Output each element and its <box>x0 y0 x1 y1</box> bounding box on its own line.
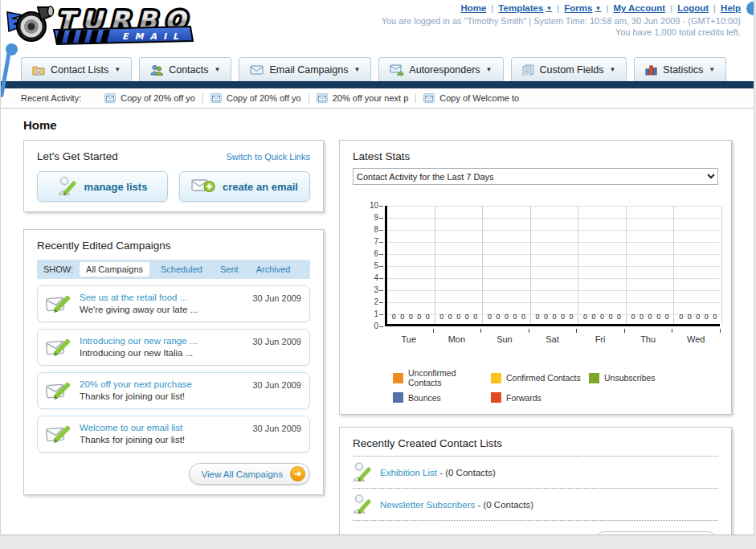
filter-tab-all-campaigns[interactable]: All Campaigns <box>80 262 149 277</box>
campaign-title-link[interactable]: See us at the retail food ... <box>80 292 198 304</box>
tab-statistics[interactable]: Statistics <box>634 57 726 81</box>
chart-value-label: 0 <box>392 313 396 321</box>
filter-tab-archived[interactable]: Archived <box>250 262 297 277</box>
chart-y-tick-mark <box>379 314 383 315</box>
tab-custom-fields[interactable]: Custom Fields <box>511 57 627 81</box>
tab-contact-lists[interactable]: Contact Lists <box>21 57 132 81</box>
chart-y-tick-mark <box>379 230 383 231</box>
campaign-date: 30 Jun 2009 <box>252 377 301 390</box>
chart-value-label: 0 <box>400 313 404 321</box>
recent-activity-text: Copy of 20% off yo <box>227 93 301 103</box>
header-right: Home| Templates| Forms| My Account| Logo… <box>382 3 741 37</box>
see-all-contact-lists-button[interactable]: See All Contact Lists <box>594 531 718 535</box>
campaign-envelope-pencil-icon <box>46 337 72 358</box>
header-link-templates[interactable]: Templates <box>498 3 552 13</box>
statistics-bars-icon <box>645 64 657 76</box>
chart-value-label: 0 <box>665 313 669 321</box>
email-envelope-icon <box>250 65 264 75</box>
header-link-forms[interactable]: Forms <box>564 3 601 13</box>
tab-email-campaigns[interactable]: Email Campaigns <box>239 57 371 81</box>
header-link-logout[interactable]: Logout <box>677 3 709 13</box>
templates-dropdown-arrow-icon <box>546 5 552 12</box>
campaigns-title: Recently Edited Campaigns <box>37 240 310 252</box>
create-email-envelope-plus-icon <box>191 177 215 196</box>
chart-value-label: 0 <box>417 313 421 321</box>
chart-value-label: 0 <box>465 313 469 321</box>
filter-tab-scheduled[interactable]: Scheduled <box>154 262 209 277</box>
chart-y-tick-mark <box>379 290 383 291</box>
stats-period-select[interactable]: Contact Activity for the Last 7 Days <box>353 168 718 185</box>
chart-y-tick-mark <box>379 242 383 243</box>
chart-x-tick-mark <box>624 329 625 333</box>
legend-label: Unconfirmed Contacts <box>408 368 491 387</box>
get-started-panel: Let's Get Started Switch to Quick Links … <box>23 140 324 212</box>
campaign-title-link[interactable]: Welcome to our email list <box>80 422 185 434</box>
legend-swatch <box>491 392 501 403</box>
legend-item: Unsubscribes <box>589 368 718 387</box>
chart-value-labels: 00000 <box>435 313 483 321</box>
contact-list-item: Newsletter Subscribers - (0 Contacts) <box>353 489 718 521</box>
chart-value-labels: 00000 <box>578 313 626 321</box>
legend-swatch <box>589 373 599 383</box>
recent-activity-text: Copy of Welcome to <box>439 93 519 103</box>
chart-value-label: 0 <box>583 313 587 321</box>
chart-value-label: 0 <box>521 313 525 321</box>
chart-day-label: Tue <box>385 334 433 344</box>
chart-value-label: 0 <box>505 313 509 321</box>
recent-activity-item[interactable]: Copy of 20% off yo <box>203 93 309 103</box>
envelope-icon <box>210 93 222 103</box>
campaign-title-link[interactable]: 20% off your next purchase <box>80 379 192 391</box>
recent-activity-item[interactable]: Copy of 20% off yo <box>97 93 203 103</box>
chart-value-label: 0 <box>535 313 539 321</box>
recent-activity-item[interactable]: 20% off your next p <box>309 93 417 103</box>
contact-list-link[interactable]: Newsletter Subscribers <box>380 500 475 510</box>
recent-activity-text: Copy of 20% off yo <box>121 93 195 103</box>
create-email-button[interactable]: create an email <box>179 171 310 202</box>
tab-label: Statistics <box>663 64 703 76</box>
main-nav-tabs: Contact Lists Contacts Email Campaigns <box>1 53 754 81</box>
tab-contacts[interactable]: Contacts <box>139 57 231 81</box>
chart-value-label: 0 <box>409 313 413 321</box>
tab-dropdown-arrow-icon <box>709 66 715 73</box>
campaign-subtitle: Introducing our new Italia ... <box>80 347 197 359</box>
chart-group: 00000 <box>387 206 435 324</box>
chart-value-label: 0 <box>439 313 443 321</box>
chart-value-labels: 00000 <box>483 313 530 321</box>
navy-divider-bar <box>1 81 754 88</box>
legend-label: Unsubscribes <box>604 373 656 383</box>
chart-y-tick-mark <box>379 302 383 303</box>
legend-item: Bounces <box>393 392 491 403</box>
chart-value-label: 0 <box>640 313 644 321</box>
manage-lists-button[interactable]: manage lists <box>37 171 168 202</box>
chart-x-tick-mark <box>480 329 481 333</box>
chart-value-label: 0 <box>496 313 500 321</box>
chart-day-label: Sat <box>529 334 577 344</box>
tab-autoresponders[interactable]: Autoresponders <box>378 57 503 81</box>
link-separator: | <box>491 3 493 13</box>
filter-tab-sent[interactable]: Sent <box>214 262 245 277</box>
chart-y-tick-label: 5 <box>354 261 378 270</box>
switch-to-quick-links[interactable]: Switch to Quick Links <box>226 152 310 162</box>
create-email-label: create an email <box>223 181 298 193</box>
chart-day-label: Mon <box>433 334 481 344</box>
chart-group: 00000 <box>627 206 675 324</box>
campaigns-panel: Recently Edited Campaigns SHOW: All Camp… <box>23 229 324 495</box>
chart-y-tick-label: 9 <box>354 213 378 222</box>
chart-y-tick-label: 2 <box>354 297 378 306</box>
chart-value-label: 0 <box>570 313 574 321</box>
chart-value-label: 0 <box>705 313 709 321</box>
chart-value-label: 0 <box>544 313 548 321</box>
campaign-title-link[interactable]: Introducing our new range ... <box>80 335 197 347</box>
campaign-envelope-pencil-icon <box>46 293 72 315</box>
recent-activity-item[interactable]: Copy of Welcome to <box>416 93 526 103</box>
contact-list-link[interactable]: Exhibition List <box>380 468 437 477</box>
header-link-help[interactable]: Help <box>721 3 741 13</box>
chart-x-tick-mark <box>433 329 434 333</box>
header-link-home[interactable]: Home <box>460 3 486 13</box>
header-link-my-account[interactable]: My Account <box>613 3 665 13</box>
link-separator: | <box>557 3 559 13</box>
legend-label: Confirmed Contacts <box>506 373 581 383</box>
legend-item: Forwards <box>491 392 589 403</box>
legend-swatch <box>393 373 403 383</box>
view-all-campaigns-button[interactable]: View All Campaigns <box>189 463 310 485</box>
